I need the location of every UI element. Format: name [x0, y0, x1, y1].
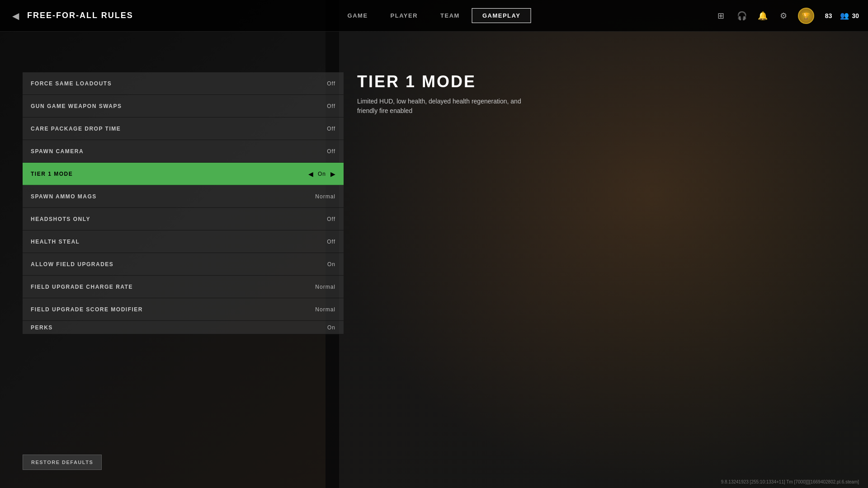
- tab-game[interactable]: GAME: [337, 8, 378, 23]
- header: ◀ FREE-FOR-ALL RULES GAME PLAYER TEAM GA…: [0, 0, 868, 32]
- setting-spawn-camera[interactable]: SPAWN CAMERA Off: [23, 140, 344, 163]
- setting-value-wrap: Off: [327, 216, 335, 222]
- setting-label: FIELD UPGRADE CHARGE RATE: [31, 284, 133, 290]
- setting-label: FIELD UPGRADE SCORE MODIFIER: [31, 306, 143, 313]
- player-stat: 83: [822, 12, 832, 19]
- arrow-right-icon[interactable]: ▶: [330, 170, 335, 178]
- tab-player[interactable]: PLAYER: [380, 8, 429, 23]
- setting-label: PERKS: [31, 324, 53, 331]
- setting-value-wrap: Normal: [315, 284, 335, 290]
- setting-value-wrap: Off: [327, 148, 335, 155]
- tab-gameplay[interactable]: GAMEPLAY: [472, 8, 531, 23]
- setting-label: ALLOW FIELD UPGRADES: [31, 261, 113, 267]
- setting-health-steal[interactable]: HEALTH STEAL Off: [23, 230, 344, 253]
- back-arrow-icon: ◀: [9, 9, 22, 22]
- setting-value: Normal: [315, 306, 335, 313]
- version-info: 9.8.13241923 [255:10:1334+11] Tm [7000][…: [721, 479, 859, 484]
- back-button[interactable]: ◀ FREE-FOR-ALL RULES: [9, 9, 133, 22]
- info-title: TIER 1 MODE: [357, 72, 583, 91]
- setting-perks[interactable]: PERKS On: [23, 321, 344, 334]
- arrow-left-icon[interactable]: ◀: [308, 170, 313, 178]
- setting-label: TIER 1 MODE: [31, 171, 73, 177]
- setting-value: On: [327, 324, 335, 331]
- setting-value-wrap: Off: [327, 239, 335, 245]
- setting-value: On: [318, 171, 326, 177]
- restore-defaults-button[interactable]: RESTORE DEFAULTS: [23, 455, 102, 470]
- setting-value-wrap: On: [327, 324, 335, 331]
- setting-label: SPAWN CAMERA: [31, 148, 84, 155]
- grid-icon[interactable]: ⊞: [715, 9, 727, 22]
- team-stat-value: 30: [852, 12, 859, 19]
- setting-label: GUN GAME WEAPON SWAPS: [31, 103, 122, 109]
- setting-value: Off: [327, 148, 335, 155]
- avatar-icon: 🏆: [802, 12, 810, 19]
- setting-value: Off: [327, 239, 335, 245]
- setting-value-wrap: Normal: [315, 306, 335, 313]
- page-title: FREE-FOR-ALL RULES: [27, 11, 133, 20]
- team-stat-icon: 👥: [840, 11, 849, 20]
- settings-icon[interactable]: ⚙: [777, 9, 790, 22]
- setting-value: Off: [327, 80, 335, 87]
- setting-value: On: [327, 261, 335, 267]
- setting-spawn-ammo-mags[interactable]: SPAWN AMMO MAGS Normal: [23, 185, 344, 208]
- team-stat: 👥 30: [840, 11, 859, 20]
- setting-care-package-drop-time[interactable]: CARE PACKAGE DROP TIME Off: [23, 117, 344, 140]
- setting-gun-game-weapon-swaps[interactable]: GUN GAME WEAPON SWAPS Off: [23, 95, 344, 117]
- avatar[interactable]: 🏆: [798, 8, 814, 24]
- setting-value: Normal: [315, 284, 335, 290]
- setting-force-same-loadouts[interactable]: FORCE SAME LOADOUTS Off: [23, 72, 344, 95]
- setting-label: SPAWN AMMO MAGS: [31, 193, 97, 200]
- setting-value: Off: [327, 216, 335, 222]
- setting-label: FORCE SAME LOADOUTS: [31, 80, 112, 87]
- info-panel: TIER 1 MODE Limited HUD, low health, del…: [357, 72, 583, 116]
- setting-value-wrap: ◀ On ▶: [308, 170, 335, 178]
- setting-value-wrap: Normal: [315, 193, 335, 200]
- setting-tier-1-mode[interactable]: TIER 1 MODE ◀ On ▶: [23, 163, 344, 185]
- setting-field-upgrade-charge-rate[interactable]: FIELD UPGRADE CHARGE RATE Normal: [23, 276, 344, 298]
- setting-label: CARE PACKAGE DROP TIME: [31, 126, 121, 132]
- setting-value-wrap: On: [327, 261, 335, 267]
- tab-team[interactable]: TEAM: [430, 8, 470, 23]
- navigation-tabs: GAME PLAYER TEAM GAMEPLAY: [337, 8, 531, 23]
- setting-value: Normal: [315, 193, 335, 200]
- notifications-icon[interactable]: 🔔: [756, 9, 769, 22]
- setting-label: HEADSHOTS ONLY: [31, 216, 90, 222]
- header-controls: ⊞ 🎧 🔔 ⚙ 🏆 83 👥 30: [715, 8, 859, 24]
- setting-value: Off: [327, 126, 335, 132]
- setting-field-upgrade-score-modifier[interactable]: FIELD UPGRADE SCORE MODIFIER Normal: [23, 298, 344, 321]
- setting-value: Off: [327, 103, 335, 109]
- setting-headshots-only[interactable]: HEADSHOTS ONLY Off: [23, 208, 344, 230]
- info-description: Limited HUD, low health, delayed health …: [357, 97, 538, 116]
- player-stat-value: 83: [825, 12, 832, 19]
- headphones-icon[interactable]: 🎧: [736, 9, 748, 22]
- setting-value-wrap: Off: [327, 103, 335, 109]
- settings-panel: FORCE SAME LOADOUTS Off GUN GAME WEAPON …: [23, 72, 344, 488]
- setting-label: HEALTH STEAL: [31, 239, 80, 245]
- setting-value-wrap: Off: [327, 126, 335, 132]
- main-content: FORCE SAME LOADOUTS Off GUN GAME WEAPON …: [0, 32, 868, 488]
- setting-value-wrap: Off: [327, 80, 335, 87]
- setting-allow-field-upgrades[interactable]: ALLOW FIELD UPGRADES On: [23, 253, 344, 276]
